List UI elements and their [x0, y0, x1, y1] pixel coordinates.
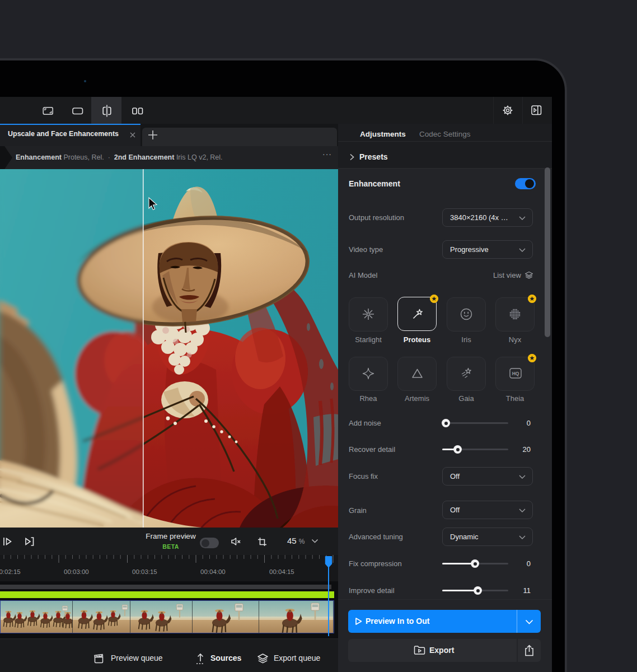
svg-text:00:02:15: 00:02:15 — [0, 568, 21, 575]
svg-text:HQ: HQ — [512, 371, 519, 376]
svg-text:00:03:15: 00:03:15 — [132, 568, 157, 575]
svg-text:00:04:15: 00:04:15 — [269, 568, 294, 575]
svg-text:00:03:00: 00:03:00 — [64, 568, 89, 575]
svg-text:00:04:00: 00:04:00 — [200, 568, 226, 575]
